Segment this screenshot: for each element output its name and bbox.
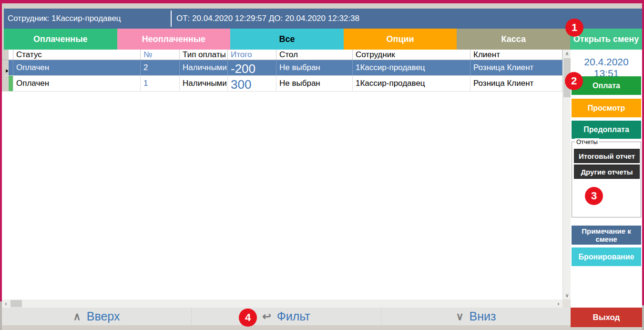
shift-period-label: ОТ: 20.04.2020 12:29:57 ДО: 20.04.2020 1… [176,14,359,23]
filter-button-label: Фильт [277,309,310,323]
tab-unpaid[interactable]: Неоплаченные [117,29,231,50]
scroll-down-arrow-icon[interactable]: ∨ [563,291,571,299]
scroll-up-arrow-icon[interactable]: ∧ [563,50,571,58]
col-total[interactable]: Итого [228,50,276,60]
cell-client: Розница Клиент [470,60,562,75]
scroll-down-button[interactable]: ∨ Вниз [381,308,571,325]
prepayment-button[interactable]: Предоплата [572,121,641,139]
pos-window: Сотрудник: 1Кассир-продавец ОТ: 20.04.20… [0,0,644,330]
tab-unpaid-label: Неоплаченные [142,34,205,44]
cell-employee: 1Кассир-продавец [353,60,470,75]
total-report-button[interactable]: Итоговый отчет [574,149,640,163]
horizontal-scrollbar[interactable]: ‹ › [2,299,562,308]
annotation-badge-1: 1 [565,19,583,37]
bottom-bar: ∧ Вверх ↩ Фильт ∨ Вниз [2,308,571,325]
orders-table: Статус № Тип оплаты Итого Стол Сотрудник… [2,50,562,299]
cell-total: 300 [228,76,276,91]
tab-options-label: Опции [387,34,414,44]
window-frame-top [0,0,644,3]
status-strip [9,76,13,91]
view-button[interactable]: Просмотр [572,99,641,117]
cell-number: 2 [141,60,180,75]
shift-note-button[interactable]: Примечание к смене [572,226,641,245]
tab-cashbox-label: Касса [501,34,525,44]
cell-payment-type: Наличными [180,76,228,91]
undo-icon: ↩ [262,310,271,323]
cell-client: Розница Клиент [470,76,562,91]
col-number[interactable]: № [141,50,180,60]
booking-button[interactable]: Бронирование [572,248,641,266]
reports-group: Отчеты Итоговый отчет Другие отчеты [572,142,641,217]
chevron-down-icon: ∨ [456,310,463,323]
status-strip-header [9,50,13,60]
window-frame-right [642,3,644,305]
cell-table: Не выбран [276,60,353,75]
tab-all-label: Все [279,34,295,44]
col-status[interactable]: Статус [13,50,141,60]
cell-number: 1 [141,76,180,91]
filter-tabs: Оплаченные Неоплаченные Все Опции Касса [4,29,570,50]
annotation-badge-2: 2 [565,72,583,90]
down-button-label: Вниз [470,309,496,323]
tab-cashbox[interactable]: Касса [457,29,570,50]
col-employee[interactable]: Сотрудник [353,50,470,60]
scroll-up-button[interactable]: ∧ Вверх [2,308,192,325]
up-button-label: Вверх [87,309,120,323]
horizontal-scroll-thumb[interactable] [10,300,22,307]
other-reports-button[interactable]: Другие отчеты [574,165,640,179]
col-payment-type[interactable]: Тип оплаты [180,50,228,60]
employee-label: Сотрудник: 1Кассир-продавец [4,14,171,23]
title-bar: Сотрудник: 1Кассир-продавец ОТ: 20.04.20… [4,9,642,29]
status-strip [9,60,13,75]
row-indicator-header [2,50,9,60]
cell-payment-type: Наличными [180,60,228,75]
cell-total: -200 [228,60,276,75]
table-header-row: Статус № Тип оплаты Итого Стол Сотрудник… [2,50,562,60]
col-client[interactable]: Клиент [470,50,562,60]
cell-employee: 1Кассир-продавец [353,76,470,91]
scrollbar-corner [562,299,571,308]
reports-group-label: Отчеты [575,138,599,145]
tab-paid[interactable]: Оплаченные [4,29,117,50]
scroll-left-arrow-icon[interactable]: ‹ [2,299,10,308]
cell-table: Не выбран [276,76,353,91]
row-indicator [2,76,9,91]
table-row[interactable]: Оплачен 1 Наличными 300 Не выбран 1Касси… [2,76,562,92]
tab-all[interactable]: Все [230,29,344,50]
action-panel: 20.4.2020 13:51 Оплата Просмотр Предопла… [571,50,642,327]
row-pointer-icon: ► [5,68,9,73]
annotation-badge-3: 3 [585,187,603,205]
cell-status: Оплачен [13,60,141,75]
exit-button[interactable]: Выход [571,308,642,327]
tab-options[interactable]: Опции [344,29,457,50]
table-row[interactable]: ► Оплачен 2 Наличными -200 Не выбран 1Ка… [2,60,562,76]
scroll-right-arrow-icon[interactable]: › [554,299,562,308]
annotation-badge-4: 4 [239,309,257,327]
cell-status: Оплачен [13,76,141,91]
filter-button[interactable]: ↩ Фильт [192,308,381,325]
col-table[interactable]: Стол [276,50,353,60]
tab-paid-label: Оплаченные [33,34,87,44]
titlebar-divider [171,10,172,27]
current-row-indicator: ► [2,60,9,75]
chevron-up-icon: ∧ [73,310,81,323]
